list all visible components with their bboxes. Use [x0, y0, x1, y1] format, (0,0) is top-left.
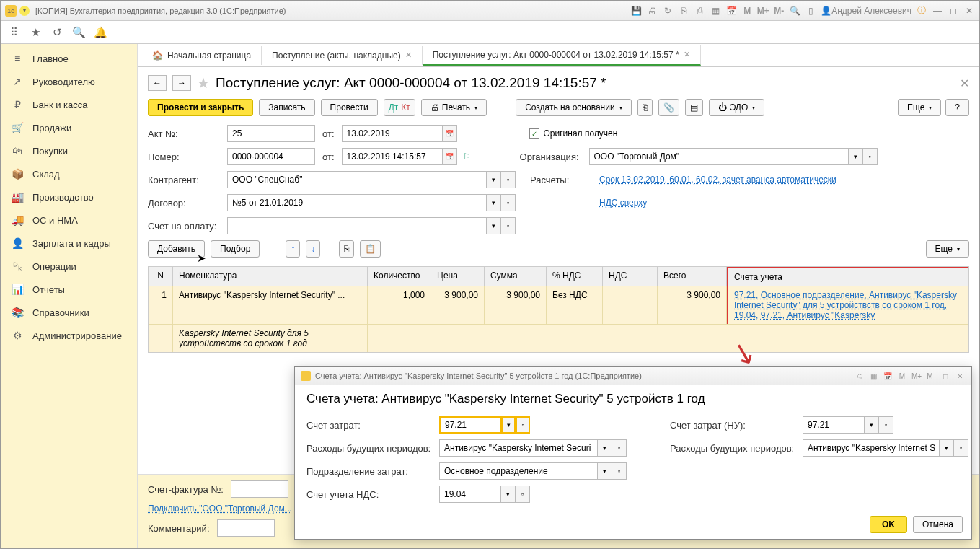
- accounts-link[interactable]: 97.21, Основное подразделение, Антивирус…: [734, 290, 957, 320]
- deferred-input[interactable]: [439, 439, 598, 457]
- dropdown-icon[interactable]: ▾: [865, 416, 879, 434]
- sidebar-item-main[interactable]: ≡Главное: [1, 47, 137, 70]
- dropdown-icon[interactable]: ▾: [487, 171, 501, 188]
- forward-button[interactable]: →: [172, 75, 191, 91]
- department-input[interactable]: [439, 462, 598, 480]
- write-button[interactable]: Записать: [259, 99, 314, 116]
- act-no-input[interactable]: [227, 125, 315, 142]
- calendar-icon[interactable]: 📅: [725, 5, 737, 17]
- dropdown-icon[interactable]: ▾: [849, 148, 863, 165]
- print-icon[interactable]: 🖨: [853, 370, 865, 382]
- select-button[interactable]: Подбор: [211, 240, 260, 258]
- output-icon[interactable]: ⎙: [694, 5, 705, 17]
- table-row[interactable]: 1 Антивирус "Kaspersky Internet Security…: [149, 286, 968, 324]
- open-icon[interactable]: ▫: [612, 462, 627, 480]
- search-icon[interactable]: 🔍: [71, 25, 86, 40]
- help-button[interactable]: ?: [945, 99, 969, 116]
- number-date-input[interactable]: [342, 148, 443, 165]
- open-icon[interactable]: ▫: [501, 194, 516, 211]
- sidebar-item-purchases[interactable]: 🛍Покупки: [1, 139, 137, 162]
- dropdown-icon[interactable]: ▾: [501, 486, 516, 503]
- paste-button[interactable]: 📋: [360, 240, 381, 258]
- invoice-doc-input[interactable]: [231, 480, 288, 498]
- calendar-icon[interactable]: 📅: [882, 370, 893, 382]
- flag-icon[interactable]: ⚐: [463, 151, 471, 162]
- sidebar-item-sales[interactable]: 🛒Продажи: [1, 116, 137, 139]
- minimize-icon[interactable]: —: [932, 5, 943, 17]
- open-icon[interactable]: ▫: [516, 486, 530, 503]
- back-button[interactable]: ←: [148, 75, 167, 91]
- sidebar-item-hr[interactable]: 👤Зарплата и кадры: [1, 232, 137, 255]
- open-icon[interactable]: ▫: [516, 416, 530, 434]
- info-icon[interactable]: ⓘ: [916, 5, 927, 17]
- history-icon[interactable]: ↺: [50, 25, 64, 40]
- attach-button[interactable]: 📎: [658, 99, 679, 116]
- favorite-icon[interactable]: ★: [197, 74, 210, 92]
- mplus-button[interactable]: M+: [757, 5, 769, 17]
- more-button[interactable]: Еще▾: [898, 99, 941, 116]
- print-button[interactable]: 🖨 Печать▾: [421, 99, 487, 116]
- cancel-button[interactable]: Отмена: [913, 516, 963, 533]
- mminus-button[interactable]: M-: [925, 370, 937, 382]
- tab-start-page[interactable]: 🏠Начальная страница: [142, 46, 262, 65]
- sidebar-item-warehouse[interactable]: 📦Склад: [1, 162, 137, 185]
- dropdown-icon[interactable]: ▾: [598, 439, 612, 457]
- number-input[interactable]: [227, 148, 315, 165]
- post-and-close-button[interactable]: Провести и закрыть: [148, 99, 253, 116]
- zoom-icon[interactable]: 🔍: [789, 5, 800, 17]
- print-icon[interactable]: 🖨: [646, 5, 658, 17]
- counteragent-input[interactable]: [227, 171, 487, 188]
- sidebar-item-bank[interactable]: ₽Банк и касса: [1, 93, 137, 116]
- layout-icon[interactable]: ▯: [805, 5, 816, 17]
- vat-mode-link[interactable]: НДС сверху: [599, 198, 647, 208]
- dropdown-icon[interactable]: ▾: [19, 6, 30, 16]
- add-row-button[interactable]: Добавить: [148, 240, 205, 258]
- apps-icon[interactable]: ⠿: [6, 25, 21, 40]
- post-button[interactable]: Провести: [321, 99, 378, 116]
- m-button[interactable]: M: [741, 5, 753, 17]
- ok-button[interactable]: OK: [870, 516, 907, 533]
- open-icon[interactable]: ▫: [501, 217, 516, 234]
- dt-kt-button[interactable]: ДтКт: [384, 99, 415, 116]
- open-icon[interactable]: ▫: [863, 148, 878, 165]
- tab-receipt-doc[interactable]: Поступление услуг: Акт 0000-000004 от 13…: [423, 45, 701, 66]
- move-up-button[interactable]: ↑: [286, 240, 300, 258]
- open-icon[interactable]: ▫: [879, 416, 893, 434]
- deferred-nu-input[interactable]: [803, 439, 940, 457]
- restore-icon[interactable]: ◻: [940, 370, 951, 382]
- calendar-icon[interactable]: 📅: [443, 148, 457, 165]
- dropdown-icon[interactable]: ▾: [501, 416, 516, 434]
- sidebar-item-operations[interactable]: ᴰₖОперации: [1, 255, 137, 278]
- calculations-link[interactable]: Срок 13.02.2019, 60.01, 60.02, зачет ава…: [599, 175, 836, 185]
- open-icon[interactable]: ▫: [954, 439, 968, 457]
- act-date-input[interactable]: [342, 125, 443, 142]
- edo-button[interactable]: ⏻ ЭДО▾: [709, 99, 765, 116]
- contract-input[interactable]: [227, 194, 487, 211]
- comment-input[interactable]: [217, 519, 275, 537]
- cost-account-nu-input[interactable]: [803, 416, 865, 434]
- open-icon[interactable]: ▫: [501, 171, 516, 188]
- dropdown-icon[interactable]: ▾: [487, 217, 501, 234]
- dropdown-icon[interactable]: ▾: [598, 462, 612, 480]
- close-dialog-icon[interactable]: ✕: [954, 370, 966, 382]
- cell-accounts[interactable]: 97.21, Основное подразделение, Антивирус…: [727, 286, 968, 324]
- star-icon[interactable]: ★: [28, 25, 43, 40]
- user-icon[interactable]: 👤 Андрей Алексеевич: [821, 5, 911, 17]
- m-button[interactable]: M: [896, 370, 908, 382]
- move-down-button[interactable]: ↓: [306, 240, 320, 258]
- close-page-icon[interactable]: ✕: [960, 76, 969, 90]
- sidebar-item-reports[interactable]: 📊Отчеты: [1, 278, 137, 301]
- report-button[interactable]: ▤: [685, 99, 703, 116]
- close-icon[interactable]: ✕: [684, 50, 690, 59]
- mplus-button[interactable]: M+: [911, 370, 922, 382]
- sidebar-item-manager[interactable]: ↗Руководителю: [1, 70, 137, 93]
- maximize-icon[interactable]: ◻: [948, 5, 959, 17]
- cost-account-input[interactable]: [439, 416, 501, 434]
- connect-org-link[interactable]: Подключить "ООО "Торговый Дом...: [148, 504, 292, 514]
- bell-icon[interactable]: 🔔: [93, 25, 107, 40]
- mminus-button[interactable]: M-: [773, 5, 785, 17]
- copy-button[interactable]: ⎘: [339, 240, 354, 258]
- dropdown-icon[interactable]: ▾: [940, 439, 954, 457]
- open-icon[interactable]: ▫: [612, 439, 627, 457]
- sidebar-item-catalogs[interactable]: 📚Справочники: [1, 301, 137, 324]
